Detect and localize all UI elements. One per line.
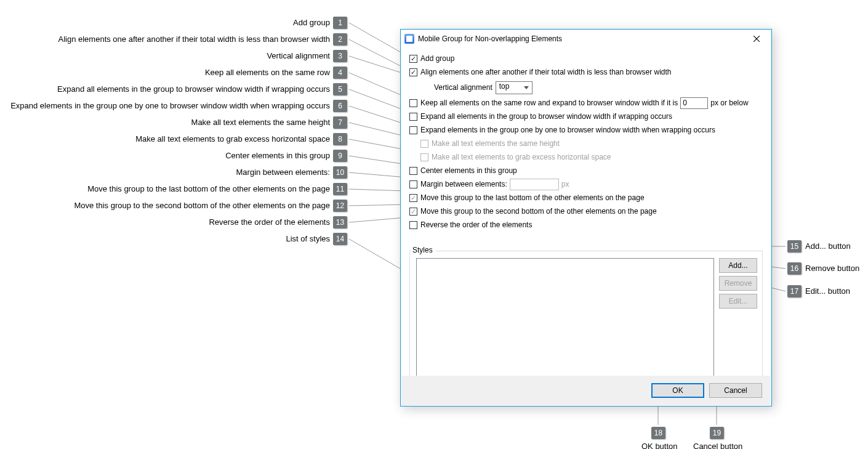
- button-bar: OK Cancel: [401, 376, 771, 405]
- valign-select[interactable]: top: [496, 81, 532, 94]
- svg-line-12: [349, 217, 406, 222]
- margin-label: Margin between elements:: [420, 180, 507, 188]
- close-button[interactable]: [742, 31, 770, 46]
- dialog-body: Add group Align elements one after anoth…: [401, 48, 771, 238]
- styles-groupbox: Styles Add... Remove Edit...: [409, 251, 763, 384]
- anno-3-badge: 3: [333, 50, 347, 62]
- align-after-label: Align elements one after another if thei…: [420, 68, 672, 76]
- add-style-button[interactable]: Add...: [719, 258, 757, 273]
- anno-12-label: Move this group to the second bottom of …: [0, 201, 330, 210]
- anno-17-badge: 17: [787, 285, 802, 297]
- anno-10-label: Margin between elements:: [0, 168, 330, 177]
- margin-unit: px: [561, 180, 569, 188]
- anno-14-label: List of styles: [0, 234, 330, 243]
- anno-8-label: Make all text elements to grab excess ho…: [0, 134, 330, 144]
- svg-line-11: [349, 204, 406, 206]
- margin-checkbox[interactable]: [409, 180, 417, 188]
- keep-same-row-label: Keep all elements on the same row and ex…: [420, 99, 678, 107]
- anno-16-badge: 16: [787, 262, 802, 275]
- same-height-checkbox: [420, 140, 428, 148]
- valign-label: Vertical alignment: [434, 83, 492, 92]
- anno-9-badge: 9: [333, 150, 347, 162]
- svg-line-4: [349, 89, 406, 111]
- align-after-checkbox[interactable]: [409, 68, 417, 76]
- anno-11-label: Move this group to the last bottom of th…: [0, 184, 330, 193]
- svg-line-9: [349, 172, 406, 177]
- add-group-checkbox[interactable]: [409, 55, 417, 63]
- anno-13-badge: 13: [333, 216, 347, 229]
- add-group-label: Add group: [420, 54, 454, 63]
- svg-line-10: [349, 189, 406, 191]
- svg-line-5: [349, 106, 406, 124]
- keep-same-row-checkbox[interactable]: [409, 99, 417, 107]
- close-icon: [753, 36, 760, 42]
- expand-all-label: Expand all elements in the group to brow…: [420, 112, 672, 121]
- ok-button[interactable]: OK: [651, 383, 704, 398]
- styles-list[interactable]: [416, 258, 714, 378]
- anno-3-label: Vertical alignment: [0, 51, 330, 60]
- remove-style-button[interactable]: Remove: [719, 276, 757, 291]
- anno-7-badge: 7: [333, 116, 347, 129]
- app-icon: [404, 34, 414, 44]
- anno-15-badge: 15: [787, 240, 802, 253]
- anno-15-label: Add... button: [805, 241, 851, 251]
- reverse-checkbox[interactable]: [409, 221, 417, 229]
- anno-4-label: Keep all elements on the same row: [0, 68, 330, 77]
- move-last-label: Move this group to the last bottom of th…: [420, 193, 645, 202]
- cancel-button[interactable]: Cancel: [709, 383, 762, 398]
- anno-11-badge: 11: [333, 183, 347, 195]
- valign-value: top: [499, 82, 510, 91]
- anno-7-label: Make all text elements the same height: [0, 118, 330, 127]
- anno-16-label: Remove button: [805, 264, 859, 273]
- center-checkbox[interactable]: [409, 167, 417, 175]
- svg-line-0: [349, 23, 406, 55]
- grab-excess-checkbox: [420, 153, 428, 161]
- title-bar[interactable]: Mobile Group for Non-overlapping Element…: [401, 30, 771, 48]
- anno-5-label: Expand all elements in the group to brow…: [0, 84, 330, 94]
- anno-4-badge: 4: [333, 67, 347, 79]
- anno-1-label: Add group: [0, 18, 330, 27]
- dialog-title: Mobile Group for Non-overlapping Element…: [418, 34, 562, 43]
- margin-input: [510, 179, 559, 190]
- anno-9-label: Center elements in this group: [0, 151, 330, 160]
- move-last-checkbox[interactable]: [409, 194, 417, 202]
- anno-10-badge: 10: [333, 166, 347, 179]
- reverse-label: Reverse the order of the elements: [420, 220, 532, 229]
- anno-14-badge: 14: [333, 233, 347, 245]
- expand-one-checkbox[interactable]: [409, 126, 417, 134]
- anno-17-label: Edit... button: [805, 286, 850, 296]
- center-label: Center elements in this group: [420, 166, 517, 175]
- svg-line-3: [349, 73, 406, 97]
- anno-12-badge: 12: [333, 200, 347, 212]
- anno-18-label: OK button: [641, 442, 678, 449]
- svg-line-8: [349, 156, 406, 164]
- same-height-label: Make all text elements the same height: [432, 139, 560, 148]
- anno-6-label: Expand elements in the group one by one …: [0, 101, 330, 110]
- anno-18-badge: 18: [651, 427, 665, 439]
- anno-19-label: Cancel button: [693, 442, 742, 449]
- anno-5-badge: 5: [333, 83, 347, 95]
- expand-one-label: Expand elements in the group one by one …: [420, 126, 715, 134]
- move-second-label: Move this group to the second bottom of …: [420, 207, 657, 216]
- anno-2-badge: 2: [333, 33, 347, 46]
- anno-8-badge: 8: [333, 133, 347, 145]
- edit-style-button[interactable]: Edit...: [719, 294, 757, 309]
- anno-1-badge: 1: [333, 17, 347, 29]
- dialog-window: Mobile Group for Non-overlapping Element…: [400, 29, 772, 407]
- grab-excess-label: Make all text elements to grab excess ho…: [432, 153, 611, 161]
- keep-same-row-input[interactable]: [680, 97, 708, 109]
- anno-2-label: Align elements one after another if thei…: [0, 34, 330, 44]
- anno-6-badge: 6: [333, 100, 347, 112]
- anno-19-badge: 19: [710, 427, 724, 439]
- keep-same-row-unit: px or below: [710, 99, 748, 107]
- svg-line-1: [349, 39, 406, 69]
- anno-13-label: Reverse the order of the elements: [0, 217, 330, 227]
- expand-all-checkbox[interactable]: [409, 113, 417, 121]
- styles-label: Styles: [411, 246, 436, 254]
- move-second-checkbox[interactable]: [409, 208, 417, 216]
